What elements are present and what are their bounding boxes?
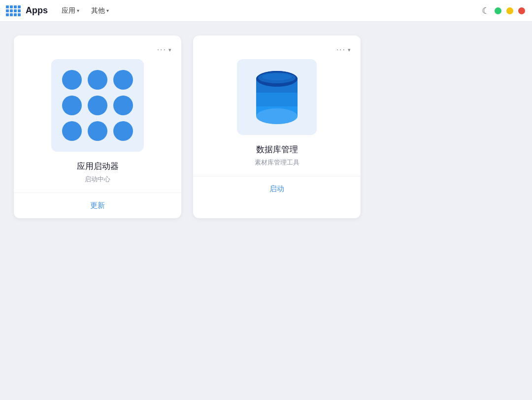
card-icon-area-launcher xyxy=(24,59,171,152)
nav-item-other[interactable]: 其他 ▾ xyxy=(86,4,114,17)
apps-grid-icon[interactable] xyxy=(6,5,21,16)
app-launcher-card: ··· ▾ 应用启动器 启动中心 更新 xyxy=(14,35,181,218)
db-card-title: 数据库管理 xyxy=(203,144,351,155)
nav-apps-label: 应用 xyxy=(62,6,75,15)
launcher-grid-icon xyxy=(51,59,144,152)
db-manager-card: ··· ▾ xyxy=(193,35,361,218)
launcher-dot xyxy=(62,96,82,115)
card-body-db: ··· ▾ xyxy=(193,35,361,176)
launcher-dot xyxy=(62,70,82,90)
maximize-button[interactable] xyxy=(495,7,501,14)
launcher-dot xyxy=(113,121,133,141)
titlebar-left: Apps 应用 ▾ 其他 ▾ xyxy=(6,4,114,17)
launcher-dot xyxy=(88,96,107,115)
nav-menu: 应用 ▾ 其他 ▾ xyxy=(57,4,114,17)
card-menu-row-launcher: ··· ▾ xyxy=(24,45,171,54)
card-chevron-launcher[interactable]: ▾ xyxy=(168,47,171,53)
svg-point-9 xyxy=(262,73,292,80)
card-menu-row-db: ··· ▾ xyxy=(203,45,351,54)
nav-item-apps[interactable]: 应用 ▾ xyxy=(57,4,84,17)
launcher-card-title: 应用启动器 xyxy=(24,161,171,172)
nav-apps-chevron: ▾ xyxy=(77,8,79,13)
nav-other-label: 其他 xyxy=(91,6,105,15)
database-icon xyxy=(255,70,299,124)
launcher-card-footer: 更新 xyxy=(14,193,181,218)
db-card-footer: 启动 xyxy=(193,176,361,201)
launcher-dot xyxy=(88,70,107,90)
app-title: Apps xyxy=(26,5,48,16)
launcher-dot xyxy=(62,121,82,141)
launcher-dot xyxy=(113,70,133,90)
db-card-subtitle: 素材库管理工具 xyxy=(203,158,351,167)
card-body-launcher: ··· ▾ 应用启动器 启动中心 xyxy=(14,35,181,193)
card-dots-launcher[interactable]: ··· xyxy=(157,45,166,54)
db-icon-wrap xyxy=(237,59,317,135)
dark-mode-icon[interactable]: ☾ xyxy=(482,5,490,16)
titlebar-right: ☾ xyxy=(482,5,525,16)
card-chevron-db[interactable]: ▾ xyxy=(348,47,351,53)
launcher-dot xyxy=(88,121,107,141)
svg-point-6 xyxy=(256,108,298,124)
launcher-dot xyxy=(113,96,133,115)
main-content: ··· ▾ 应用启动器 启动中心 更新 xyxy=(0,22,532,232)
titlebar: Apps 应用 ▾ 其他 ▾ ☾ xyxy=(0,0,532,22)
nav-other-chevron: ▾ xyxy=(106,8,109,13)
close-button[interactable] xyxy=(518,7,525,14)
launcher-card-subtitle: 启动中心 xyxy=(24,175,171,184)
db-action-button[interactable]: 启动 xyxy=(264,183,290,195)
card-dots-db[interactable]: ··· xyxy=(336,45,346,54)
launcher-action-button[interactable]: 更新 xyxy=(84,200,111,211)
minimize-button[interactable] xyxy=(506,7,513,14)
card-icon-area-db xyxy=(203,59,351,135)
